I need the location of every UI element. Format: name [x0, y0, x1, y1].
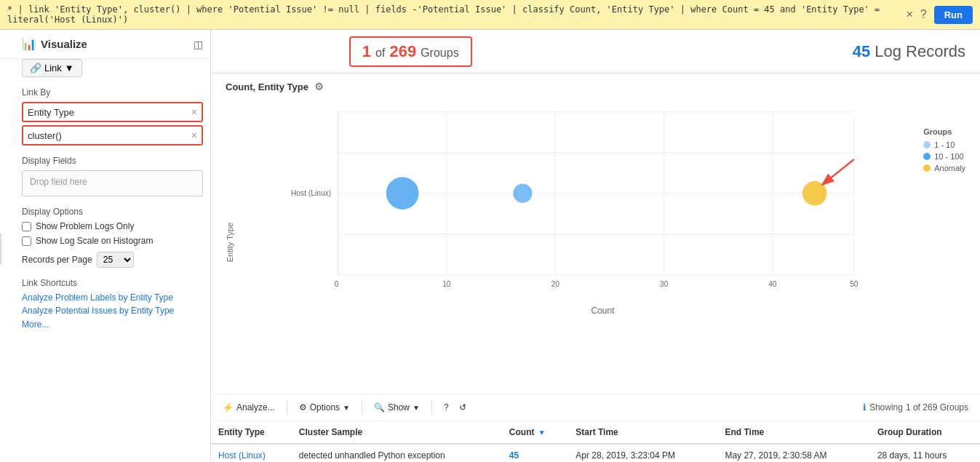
- link-caret: ▼: [65, 63, 74, 73]
- group-duration-cell: 28 days, 11 hours: [870, 444, 980, 462]
- col-group-duration[interactable]: Group Duration: [870, 421, 980, 444]
- sidebar-inner: 🔗 Link ▼ Link By Entity Type × cluster()…: [0, 59, 210, 462]
- link-by-label: Link By: [22, 87, 203, 97]
- records-per-page-row: Records per Page 25 50 100: [22, 252, 203, 268]
- show-problem-logs-row: Show Problem Logs Only: [22, 221, 203, 231]
- main-content: 1 of 269 Groups 45 Log Records Count, En…: [211, 30, 980, 462]
- entity-type-cell[interactable]: Host (Linux): [211, 444, 292, 462]
- bubble-3-anomaly[interactable]: [802, 181, 827, 206]
- groups-badge-wrap: 1 of 269 Groups: [226, 36, 596, 67]
- end-time-cell: May 27, 2019, 2:30:58 AM: [717, 444, 870, 462]
- stats-bar: 1 of 269 Groups 45 Log Records: [211, 30, 980, 73]
- log-records-wrap: 45 Log Records: [596, 42, 966, 61]
- show-log-scale-checkbox[interactable]: [22, 236, 31, 246]
- analyze-label: Analyze...: [236, 402, 275, 413]
- table-header-row: Entity Type Cluster Sample Count ▼ Start…: [211, 421, 980, 444]
- bubble-1[interactable]: [386, 177, 419, 210]
- sidebar: Fields 📊 Visualize ◫ 🔗 Link ▼ Link By En…: [0, 30, 211, 462]
- cluster-sample-cell: detected unhandled Python exception: [292, 444, 502, 462]
- query-bar: * | link 'Entity Type', cluster() | wher…: [0, 0, 980, 30]
- sort-icon: ▼: [538, 429, 546, 437]
- link-button[interactable]: 🔗 Link ▼: [22, 59, 82, 77]
- cluster-remove-button[interactable]: ×: [191, 130, 197, 141]
- close-button[interactable]: ×: [906, 8, 912, 21]
- entity-type-remove-button[interactable]: ×: [191, 106, 197, 118]
- link-by-section: Link By Entity Type × cluster() ×: [22, 87, 203, 146]
- current-group-num: 1: [362, 42, 371, 61]
- col-count[interactable]: Count ▼: [502, 421, 568, 444]
- options-button[interactable]: ⚙ Options ▼: [299, 402, 350, 413]
- bubble-2[interactable]: [513, 184, 532, 203]
- chart-settings-icon[interactable]: ⚙: [314, 81, 324, 92]
- magnify-icon: 🔍: [374, 402, 385, 413]
- col-cluster-sample[interactable]: Cluster Sample: [292, 421, 502, 444]
- chart-title: Count, Entity Type: [226, 81, 308, 92]
- visualize-icon: 📊: [22, 37, 36, 51]
- cluster-tag[interactable]: cluster() ×: [22, 125, 203, 146]
- records-per-page-select[interactable]: 25 50 100: [97, 252, 134, 268]
- show-log-scale-row: Show Log Scale on Histogram: [22, 236, 203, 246]
- y-axis-label: Entity Type: [226, 223, 234, 262]
- col-entity-type[interactable]: Entity Type: [211, 421, 292, 444]
- main-container: Fields 📊 Visualize ◫ 🔗 Link ▼ Link By En…: [0, 30, 980, 462]
- chart-header: Count, Entity Type ⚙: [226, 81, 965, 92]
- legend-dot-2: [923, 153, 931, 160]
- sidebar-title: 📊 Visualize: [22, 37, 87, 51]
- svg-text:20: 20: [551, 280, 559, 288]
- analyze-icon: ⚡: [223, 402, 234, 413]
- run-button[interactable]: Run: [934, 6, 973, 24]
- anomaly-arrow: [824, 159, 854, 184]
- display-fields-section: Display Fields Drop field here: [22, 156, 203, 196]
- showing-text: ℹ Showing 1 of 269 Groups: [863, 402, 968, 413]
- show-button[interactable]: 🔍 Show ▼: [374, 402, 420, 413]
- link-icon: 🔗: [30, 63, 41, 73]
- link-shortcuts-section: Link Shortcuts Analyze Problem Labels by…: [22, 278, 203, 330]
- showing-value: 1 of 269 Groups: [906, 402, 968, 413]
- legend-title: Groups: [923, 127, 965, 136]
- help-button[interactable]: ?: [920, 8, 927, 21]
- help-circle-icon: ?: [444, 402, 449, 413]
- col-end-time[interactable]: End Time: [717, 421, 870, 444]
- options-caret-icon: ▼: [343, 404, 350, 412]
- refresh-button[interactable]: ↺: [459, 402, 466, 413]
- help-icon-button[interactable]: ?: [444, 402, 449, 413]
- bottom-toolbar: ⚡ Analyze... ⚙ Options ▼ 🔍 Show ▼ ? ↺: [211, 394, 980, 421]
- chart-area: Count, Entity Type ⚙ Entity Type: [211, 73, 980, 394]
- link-label: Link: [44, 63, 62, 73]
- more-link[interactable]: More...: [22, 319, 49, 330]
- drop-area[interactable]: Drop field here: [22, 170, 203, 196]
- count-cell[interactable]: 45: [502, 444, 568, 462]
- svg-text:40: 40: [768, 280, 777, 288]
- log-count: 45: [853, 42, 870, 60]
- legend-label-1: 1 - 10: [934, 140, 955, 149]
- entity-type-label: Entity Type: [28, 107, 74, 118]
- analyze-button[interactable]: ⚡ Analyze...: [223, 402, 275, 413]
- legend-label-3: Anomaly: [934, 164, 965, 172]
- col-start-time[interactable]: Start Time: [568, 421, 717, 444]
- groups-badge: 1 of 269 Groups: [349, 36, 472, 67]
- showing-prefix: Showing: [869, 402, 903, 413]
- show-problem-logs-label: Show Problem Logs Only: [36, 221, 134, 231]
- display-options-label: Display Options: [22, 207, 203, 217]
- query-text: * | link 'Entity Type', cluster() | wher…: [7, 4, 906, 25]
- table-wrap: Entity Type Cluster Sample Count ▼ Start…: [211, 421, 980, 462]
- chart-wrap: Entity Type: [226, 98, 965, 386]
- show-log-scale-label: Show Log Scale on Histogram: [36, 236, 153, 246]
- svg-text:10: 10: [442, 280, 451, 288]
- divider-3: [431, 400, 432, 415]
- show-problem-logs-checkbox[interactable]: [22, 222, 31, 231]
- display-fields-label: Display Fields: [22, 156, 203, 166]
- svg-text:0: 0: [335, 280, 339, 288]
- sidebar-collapse-button[interactable]: ◫: [194, 39, 203, 50]
- legend-item-3: Anomaly: [923, 164, 965, 172]
- sidebar-header: 📊 Visualize ◫: [0, 30, 210, 59]
- chart-inner: 0 10 20 30 40 50 Host (Linux): [240, 98, 965, 386]
- shortcut2-link[interactable]: Analyze Potential Issues by Entity Type: [22, 306, 203, 316]
- svg-text:30: 30: [660, 280, 669, 288]
- legend-dot-1: [923, 141, 931, 148]
- chart-legend: Groups 1 - 10 10 - 100 Anomaly: [923, 127, 965, 175]
- options-label: Options: [310, 402, 340, 413]
- fields-tab[interactable]: Fields: [0, 233, 1, 264]
- entity-type-tag[interactable]: Entity Type ×: [22, 102, 203, 122]
- shortcut1-link[interactable]: Analyze Problem Labels by Entity Type: [22, 292, 203, 303]
